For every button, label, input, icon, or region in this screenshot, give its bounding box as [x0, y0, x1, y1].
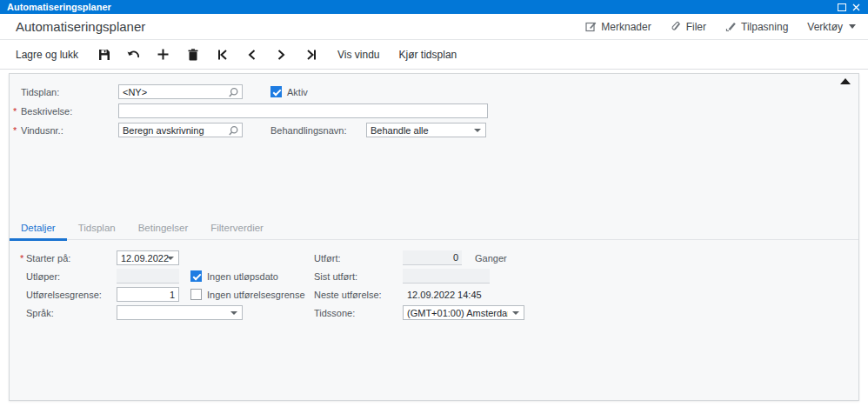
save-and-close-button[interactable]: Lagre og lukk: [16, 49, 78, 61]
header-actions: Merknader Filer Tilpasning Verktøy: [585, 21, 856, 33]
search-icon[interactable]: [228, 87, 239, 100]
tab-bar: Detaljer Tidsplan Betingelser Filterverd…: [10, 216, 858, 240]
view-window-button[interactable]: Vis vindu: [337, 49, 379, 61]
first-record-icon[interactable]: [216, 48, 229, 61]
save-icon[interactable]: [97, 48, 110, 61]
neste-utforelse-label: Neste utførelse:: [314, 290, 403, 300]
checkbox-icon: [190, 270, 202, 282]
ingen-utlopsdato-label: Ingen utløpsdato: [207, 271, 278, 282]
sist-utfort-label: Sist utført:: [314, 271, 403, 282]
search-icon[interactable]: [228, 125, 239, 138]
chevron-down-icon: [474, 129, 481, 132]
close-icon[interactable]: [849, 1, 863, 13]
required-marker: *: [13, 125, 21, 136]
tab-filterverdier[interactable]: Filterverdier: [199, 216, 275, 239]
chevron-down-icon: [230, 311, 237, 315]
vindusnr-lookup-field[interactable]: Beregn avskrivning: [118, 123, 243, 137]
beskrivelse-field[interactable]: [118, 103, 488, 118]
note-edit-icon: [585, 21, 597, 32]
checkbox-icon: [270, 86, 282, 97]
chevron-down-icon: [849, 24, 856, 29]
tidssone-select[interactable]: (GMT+01:00) Amsterdam, Berlin: [403, 305, 524, 320]
tools-menu-button[interactable]: Verktøy: [807, 21, 856, 33]
checkbox-icon: [190, 289, 202, 300]
tab-betingelser[interactable]: Betingelser: [127, 216, 200, 239]
utforelsesgrense-label: Utførelsesgrense:: [26, 290, 117, 300]
summary-form: Tidsplan: <NY> Aktiv * Beskrivelse:: [10, 84, 858, 142]
utforelsesgrense-value: 1: [170, 290, 175, 300]
run-schedule-button[interactable]: Kjør tidsplan: [399, 49, 457, 61]
behandlingsnavn-value: Behandle alle: [371, 125, 429, 136]
details-tab-content: * Starter på: 12.09.2022 Utløper:: [10, 250, 858, 324]
starter-pa-date-field[interactable]: 12.09.2022: [117, 250, 179, 265]
ingen-utlopsdato-checkbox[interactable]: Ingen utløpsdato: [190, 270, 278, 282]
chevron-down-icon: [167, 257, 174, 260]
next-record-icon[interactable]: [275, 48, 288, 61]
restore-window-icon[interactable]: [835, 1, 849, 13]
ingen-utforelsesgrense-checkbox[interactable]: Ingen utførelsesgrense: [190, 289, 305, 300]
files-label: Filer: [686, 21, 706, 33]
notes-button[interactable]: Merknader: [585, 21, 651, 33]
application-window: Automatiseringsplaner Automatiseringspla…: [0, 0, 868, 407]
vindusnr-value: Beregn avskrivning: [123, 125, 204, 136]
ganger-label: Ganger: [475, 253, 507, 264]
window-title: Automatiseringsplaner: [7, 0, 835, 14]
aktiv-label: Aktiv: [287, 87, 308, 97]
page-header: Automatiseringsplaner Merknader Filer Ti…: [0, 14, 868, 40]
sprak-select[interactable]: [117, 305, 243, 320]
pencil-customize-icon: [725, 21, 737, 32]
toolbar: Lagre og lukk Vis vindu Kjør tidsplan: [0, 40, 868, 70]
details-right-column: Utført: 0 Ganger Sist utført: Neste utfø…: [305, 250, 792, 324]
sist-utfort-field: [403, 269, 490, 284]
utloper-field: [117, 269, 179, 284]
tools-label: Verktøy: [807, 21, 843, 33]
notes-label: Merknader: [601, 21, 651, 33]
schedule-form-panel: Tidsplan: <NY> Aktiv * Beskrivelse:: [9, 73, 859, 401]
behandlingsnavn-select[interactable]: Behandle alle: [366, 123, 486, 137]
utforelsesgrense-field[interactable]: 1: [117, 287, 179, 302]
undo-icon[interactable]: [127, 48, 140, 61]
neste-utforelse-value: 12.09.2022 14:45: [403, 290, 482, 300]
required-marker: *: [13, 106, 21, 117]
tidsplan-lookup-field[interactable]: <NY>: [118, 84, 243, 99]
files-button[interactable]: Filer: [671, 21, 706, 33]
utfort-label: Utført:: [314, 253, 403, 264]
utloper-label: Utløper:: [26, 271, 117, 282]
tab-tidsplan[interactable]: Tidsplan: [67, 216, 127, 239]
beskrivelse-label: Beskrivelse:: [21, 106, 118, 117]
window-titlebar: Automatiseringsplaner: [0, 0, 868, 14]
tidssone-label: Tidssone:: [314, 308, 403, 318]
starter-pa-label: Starter på:: [26, 253, 117, 264]
required-marker: *: [20, 253, 26, 264]
customization-button[interactable]: Tilpasning: [725, 21, 788, 33]
starter-pa-value: 12.09.2022: [121, 253, 169, 264]
customization-label: Tilpasning: [741, 21, 788, 33]
behandlingsnavn-label: Behandlingsnavn:: [270, 125, 366, 136]
ingen-utforelsesgrense-label: Ingen utførelsesgrense: [207, 290, 305, 300]
page-title: Automatiseringsplaner: [16, 19, 585, 34]
utfort-field: 0: [403, 250, 462, 265]
tidssone-value: (GMT+01:00) Amsterdam, Berlin: [407, 308, 508, 318]
last-record-icon[interactable]: [304, 48, 317, 61]
utfort-value: 0: [453, 252, 458, 263]
details-left-column: * Starter på: 12.09.2022 Utløper:: [10, 250, 305, 324]
tidsplan-label: Tidsplan:: [21, 87, 118, 97]
chevron-down-icon: [512, 311, 519, 315]
add-icon[interactable]: [157, 48, 170, 61]
vindusnr-label: Vindusnr.:: [21, 125, 118, 136]
sprak-label: Språk:: [26, 308, 117, 318]
paperclip-icon: [671, 21, 682, 32]
aktiv-checkbox[interactable]: Aktiv: [270, 86, 308, 97]
tab-detaljer[interactable]: Detaljer: [10, 216, 67, 239]
delete-icon[interactable]: [186, 48, 199, 61]
tidsplan-value: <NY>: [123, 87, 147, 97]
previous-record-icon[interactable]: [245, 48, 258, 61]
